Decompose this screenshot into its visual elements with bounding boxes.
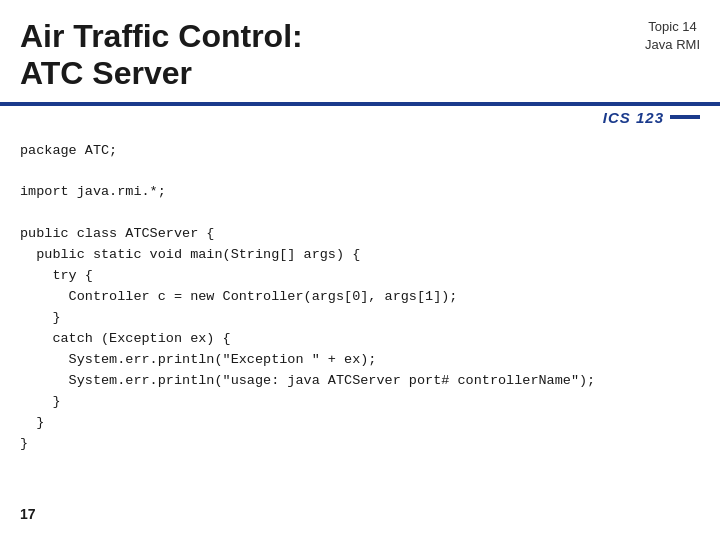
content-area: package ATC; import java.rmi.*; public c… (0, 129, 720, 455)
topic-line1: Topic 14 (645, 18, 700, 36)
title-block: Air Traffic Control: ATC Server (20, 18, 303, 92)
slide-title: Air Traffic Control: ATC Server (20, 18, 303, 92)
topic-line2: Java RMI (645, 36, 700, 54)
ics-bar: ICS 123 (0, 106, 720, 129)
ics-label: ICS 123 (603, 109, 664, 126)
code-block: package ATC; import java.rmi.*; public c… (20, 141, 700, 455)
page-number: 17 (20, 506, 36, 522)
ics-bar-line (670, 115, 700, 119)
slide-header: Air Traffic Control: ATC Server Topic 14… (0, 0, 720, 102)
topic-block: Topic 14 Java RMI (645, 18, 700, 54)
